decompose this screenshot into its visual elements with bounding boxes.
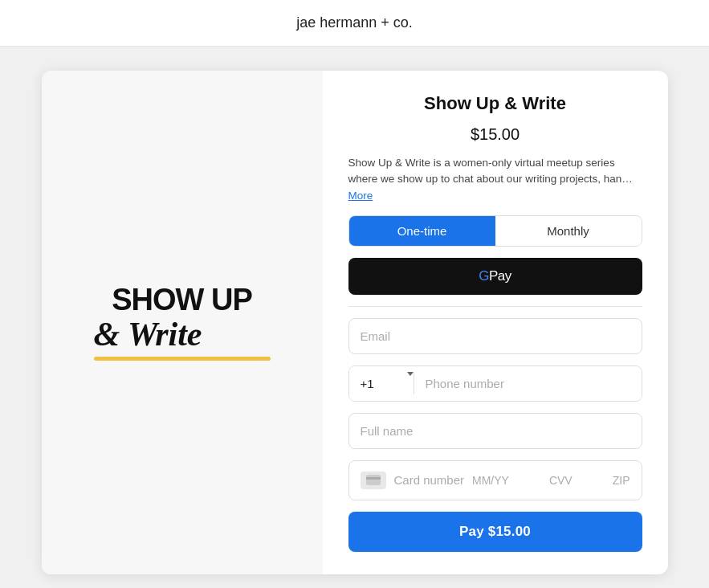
svg-rect-0 (366, 475, 381, 485)
email-input[interactable] (348, 318, 642, 354)
cvv-placeholder: CVV (549, 474, 572, 487)
product-title: Show Up & Write (348, 93, 642, 114)
divider (348, 306, 642, 307)
tab-monthly[interactable]: Monthly (495, 216, 642, 246)
pay-text: Pay (489, 268, 511, 284)
checkout-panel: Show Up & Write $15.00 Show Up & Write i… (323, 71, 668, 574)
brand-title: jae hermann + co. (296, 14, 413, 31)
pay-button-amount: $15.00 (488, 524, 531, 539)
g-letter: G (479, 268, 489, 284)
payment-frequency-tabs: One-time Monthly (348, 215, 642, 247)
more-link[interactable]: More (348, 190, 373, 202)
card-icon (361, 472, 386, 489)
google-pay-logo: G Pay (479, 268, 511, 284)
tab-one-time[interactable]: One-time (349, 216, 495, 246)
description-text: Show Up & Write is a women-only virtual … (348, 157, 633, 185)
decorative-underline (94, 357, 271, 361)
product-description: Show Up & Write is a women-only virtual … (348, 155, 642, 204)
phone-row: +1 (348, 365, 642, 402)
google-pay-button[interactable]: G Pay (348, 258, 642, 295)
card-number-row[interactable]: Card number MM/YY CVV ZIP (348, 460, 642, 500)
zip-placeholder: ZIP (613, 474, 630, 487)
main-content: SHOW UP & Write Show Up & Write $15.00 S… (0, 47, 709, 588)
phone-input[interactable] (414, 366, 642, 401)
image-line1: SHOW UP (112, 284, 252, 315)
phone-chevron-icon (405, 366, 414, 401)
page-header: jae hermann + co. (0, 0, 709, 47)
product-price: $15.00 (348, 125, 642, 144)
pay-button-label: Pay (459, 524, 484, 539)
card-number-placeholder: Card number (394, 473, 465, 487)
image-line2: & Write (94, 315, 271, 361)
svg-rect-1 (366, 477, 381, 480)
product-image-panel: SHOW UP & Write (42, 71, 323, 574)
checkout-card: SHOW UP & Write Show Up & Write $15.00 S… (42, 71, 668, 574)
pay-submit-button[interactable]: Pay $15.00 (348, 512, 642, 552)
fullname-input[interactable] (348, 413, 642, 449)
country-code-select[interactable]: +1 (349, 366, 405, 401)
product-image: SHOW UP & Write (70, 234, 295, 410)
card-extra-fields: MM/YY CVV ZIP (472, 474, 630, 487)
mm-yy-placeholder: MM/YY (472, 474, 509, 487)
